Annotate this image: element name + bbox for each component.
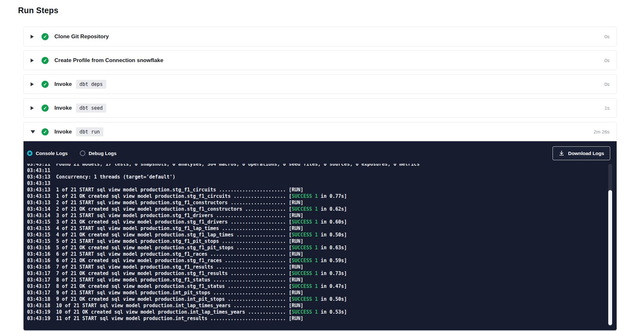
step-header-clone-git-repository[interactable]: ✓ Clone Git Repository 0s: [24, 27, 617, 46]
log-line: 03:43:13 2 of 21 START sql view model pr…: [27, 199, 617, 206]
log-line: 03:43:13: [27, 180, 617, 187]
run-steps-list: ✓ Clone Git Repository 0s ✓ Create Profi…: [23, 27, 617, 331]
console-logs-radio[interactable]: Console Logs: [27, 151, 68, 156]
step-row-expanded: ✓ Invoke dbt run 2m 26s Console Logs Deb…: [23, 122, 617, 331]
log-line: 03:43:13 Concurrency: 1 threads (target=…: [27, 174, 617, 180]
console-logs-label: Console Logs: [36, 151, 68, 156]
log-line: 03:43:15 5 of 21 START sql view model pr…: [27, 238, 617, 244]
debug-logs-label: Debug Logs: [89, 151, 117, 156]
step-header-invoke-dbt-deps[interactable]: ✓ Invoke dbt deps 0s: [24, 75, 617, 94]
console-scrollbar-thumb[interactable]: [608, 190, 612, 325]
step-header-create-profile[interactable]: ✓ Create Profile from Connection snowfla…: [24, 51, 617, 70]
log-viewport[interactable]: 03:43:11 Found 21 models, 17 tests, 0 sn…: [24, 164, 617, 326]
step-duration: 0s: [604, 81, 610, 87]
step-label: Create Profile from Connection snowflake: [54, 57, 163, 64]
log-line: 03:43:17 8 of 21 OK created sql view mod…: [27, 283, 617, 290]
success-check-icon: ✓: [42, 57, 49, 64]
log-line: 03:43:11: [27, 167, 617, 174]
success-check-icon: ✓: [42, 33, 49, 40]
step-label: Invoke: [54, 81, 72, 87]
log-line: 03:43:16 7 of 21 START sql view model pr…: [27, 264, 617, 270]
step-label: Invoke: [54, 129, 72, 135]
debug-logs-radio[interactable]: Debug Logs: [80, 151, 117, 156]
log-lines: 03:43:11 Found 21 models, 17 tests, 0 sn…: [27, 164, 617, 322]
run-steps-page: Run Steps ✓ Clone Git Repository 0s ✓ Cr…: [0, 0, 644, 331]
step-label: Invoke: [54, 105, 72, 111]
log-line: 03:43:17 9 of 21 START sql view model pr…: [27, 290, 617, 296]
page-title: Run Steps: [18, 6, 644, 15]
step-command-badge: dbt seed: [76, 104, 106, 113]
radio-unselected-icon[interactable]: [80, 151, 85, 156]
step-header-invoke-dbt-seed[interactable]: ✓ Invoke dbt seed 1s: [24, 98, 617, 117]
log-line: 03:43:15 3 of 21 OK created sql view mod…: [27, 219, 617, 225]
step-header-invoke-dbt-run[interactable]: ✓ Invoke dbt run 2m 26s: [24, 122, 617, 141]
caret-right-icon[interactable]: [31, 106, 34, 110]
success-check-icon: ✓: [42, 81, 49, 88]
log-line: 03:43:11 Found 21 models, 17 tests, 0 sn…: [27, 164, 617, 167]
download-icon: [559, 150, 564, 156]
log-line: 03:43:17 7 of 21 OK created sql view mod…: [27, 270, 617, 277]
radio-selected-icon[interactable]: [27, 151, 33, 156]
log-line: 03:43:17 8 of 21 START sql view model pr…: [27, 277, 617, 283]
console-scrollbar-track[interactable]: [608, 164, 612, 326]
step-duration: 0s: [604, 34, 610, 39]
caret-right-icon[interactable]: [31, 82, 34, 86]
success-check-icon: ✓: [42, 128, 49, 135]
log-line: 03:43:19 10 of 21 OK created sql view mo…: [27, 309, 617, 315]
step-label: Clone Git Repository: [54, 33, 109, 40]
log-line: 03:43:16 6 of 21 OK created sql view mod…: [27, 257, 617, 264]
log-line: 03:43:15 4 of 21 START sql view model pr…: [27, 225, 617, 232]
console-logs-panel: Console Logs Debug Logs Download Logs: [24, 141, 617, 330]
log-line: 03:43:14 2 of 21 OK created sql view mod…: [27, 206, 617, 212]
caret-down-icon[interactable]: [31, 130, 35, 133]
log-line: 03:43:14 3 of 21 START sql view model pr…: [27, 212, 617, 219]
log-line: 03:43:18 10 of 21 START sql view model p…: [27, 302, 617, 309]
download-logs-label: Download Logs: [568, 151, 604, 156]
step-row: ✓ Invoke dbt seed 1s: [23, 98, 617, 118]
step-row: ✓ Create Profile from Connection snowfla…: [23, 51, 617, 70]
log-line: 03:43:13 1 of 21 OK created sql view mod…: [27, 193, 617, 199]
success-check-icon: ✓: [42, 105, 49, 112]
caret-right-icon[interactable]: [31, 35, 34, 39]
log-line: 03:43:16 5 of 21 OK created sql view mod…: [27, 244, 617, 251]
console-header: Console Logs Debug Logs Download Logs: [24, 141, 617, 164]
step-command-badge: dbt run: [76, 127, 103, 136]
step-row: ✓ Clone Git Repository 0s: [23, 27, 617, 46]
step-command-badge: dbt deps: [76, 80, 106, 89]
log-line: 03:43:13 1 of 21 START sql view model pr…: [27, 187, 617, 193]
step-duration: 2m 26s: [594, 129, 610, 134]
log-line: 03:43:19 11 of 21 START sql view model p…: [27, 315, 617, 322]
step-duration: 0s: [604, 58, 610, 63]
log-line: 03:43:18 9 of 21 OK created sql view mod…: [27, 296, 617, 302]
step-duration: 1s: [604, 105, 610, 111]
download-logs-button[interactable]: Download Logs: [553, 146, 610, 160]
step-row: ✓ Invoke dbt deps 0s: [23, 74, 617, 94]
log-line: 03:43:15 4 of 21 OK created sql view mod…: [27, 232, 617, 238]
log-line: 03:43:16 6 of 21 START sql view model pr…: [27, 251, 617, 257]
caret-right-icon[interactable]: [31, 59, 34, 62]
